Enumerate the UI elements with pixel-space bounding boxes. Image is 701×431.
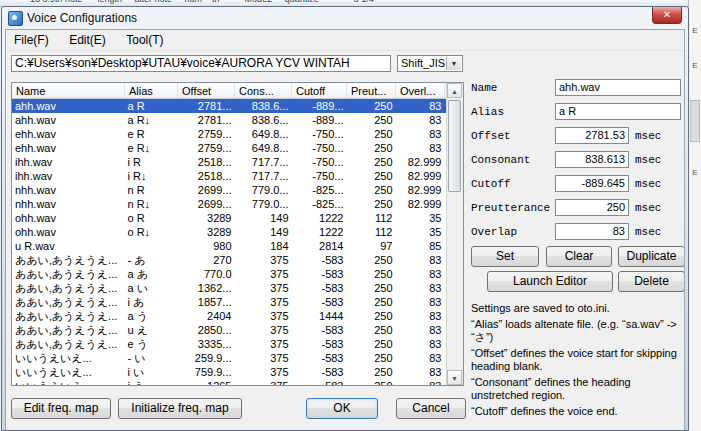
chevron-down-icon[interactable]: ▼	[446, 57, 461, 70]
offset-input[interactable]: 2781.53	[555, 127, 629, 144]
table-row[interactable]: ohh.wavo R3289149122211235○	[12, 211, 464, 225]
table-row[interactable]: いいうえいえ...i う1265375-58325083○	[12, 379, 464, 386]
cell-overl: 35	[396, 211, 445, 225]
cell-overl: 83	[396, 309, 445, 323]
column-header[interactable]: Overl...	[396, 83, 445, 99]
launch-editor-button[interactable]: Launch Editor	[487, 271, 613, 292]
table-row[interactable]: ああい,あうえうえ...i あ1857...375-58325083○	[12, 295, 464, 309]
initialize-freq-map-button[interactable]: Initialize freq. map	[118, 398, 242, 419]
cell-overl: 83	[396, 113, 445, 127]
cell-preut: 250	[347, 253, 396, 267]
table-row[interactable]: ehh.wave R↓2759...649.8...-750...25083○	[12, 141, 464, 155]
oto-table: NameAliasOffsetCons...CutoffPreut...Over…	[12, 83, 464, 386]
table-row[interactable]: ihh.wavi R↓2518...717.7...-750...25082.9…	[12, 169, 464, 183]
duplicate-button[interactable]: Duplicate	[618, 246, 685, 267]
table-row[interactable]: ああい,あうえうえ...a あ770.0375-58325083○	[12, 267, 464, 281]
table-row[interactable]: ああい,あうえうえ...a い1362...375-58325083○	[12, 281, 464, 295]
column-header[interactable]: Name	[12, 83, 125, 99]
table-row[interactable]: ああい,あうえうえ...a う2404375144425083○	[12, 309, 464, 323]
cell-offset: 1265	[178, 379, 235, 386]
table-row[interactable]: いいうえいえ...- い259.9...375-58325083○	[12, 351, 464, 365]
column-header[interactable]: Cons...	[235, 83, 292, 99]
unit-label: msec	[635, 130, 661, 142]
table-row[interactable]: ihh.wavi R2518...717.7...-750...25082.99…	[12, 155, 464, 169]
editor-panel: Nameahh.wavAliasa ROffset2781.53msecCons…	[471, 78, 685, 246]
menu-file[interactable]: File(F)	[6, 30, 57, 50]
table-row[interactable]: いいうえいえ...i い759.9...375-58325083○	[12, 365, 464, 379]
alias-input[interactable]: a R	[555, 103, 681, 120]
field-row: Overlap83msec	[471, 222, 685, 246]
scroll-thumb[interactable]	[448, 100, 461, 192]
ok-button[interactable]: OK	[306, 398, 378, 419]
table-row[interactable]: u R.wav98018428149785○	[12, 239, 464, 253]
cell-alias	[125, 239, 178, 253]
cell-name: ああい,あうえうえ...	[12, 253, 125, 267]
column-header[interactable]: Preut...	[347, 83, 396, 99]
cell-name: ああい,あうえうえ...	[12, 309, 125, 323]
table-row[interactable]: nhh.wavn R2699...779.0...-825...25082.99…	[12, 183, 464, 197]
cell-offset: 1362...	[178, 281, 235, 295]
close-button[interactable]: ✕	[652, 7, 682, 24]
cell-name: nhh.wav	[12, 197, 125, 211]
cell-cutoff: -583	[292, 351, 347, 365]
field-label: Alias	[471, 106, 504, 118]
cell-cons: 779.0...	[235, 183, 292, 197]
table-row[interactable]: nhh.wavn R↓2699...779.0...-825...25082.9…	[12, 197, 464, 211]
cell-name: ahh.wav	[12, 99, 125, 114]
overlap-input[interactable]: 83	[555, 223, 629, 240]
table-row[interactable]: ああい,あうえうえ...u え2850...375-58325083○	[12, 323, 464, 337]
field-label: Preutterance	[471, 202, 550, 214]
cell-overl: 83	[396, 365, 445, 379]
cancel-button[interactable]: Cancel	[396, 398, 466, 419]
cell-alias: e R	[125, 127, 178, 141]
oto-list: NameAliasOffsetCons...CutoffPreut...Over…	[11, 82, 464, 386]
cell-preut: 250	[347, 365, 396, 379]
menu-tool[interactable]: Tool(T)	[118, 30, 171, 50]
cell-cutoff: -583	[292, 253, 347, 267]
column-header[interactable]: Offset	[178, 83, 235, 99]
table-row[interactable]: ああい,あうえうえ...e う3335...375-58325083○	[12, 337, 464, 351]
cell-alias: a あ	[125, 267, 178, 281]
scroll-down-button[interactable]: ▼	[447, 370, 462, 385]
list-scrollbar[interactable]: ▲ ▼	[446, 83, 463, 385]
titlebar[interactable]: Voice Configurations ✕	[2, 7, 688, 28]
table-row[interactable]: ahh.wava R2781...838.6...-889...25083○	[12, 99, 464, 114]
cell-alias: o R	[125, 211, 178, 225]
cell-cons: 375	[235, 365, 292, 379]
cell-overl: 83	[396, 127, 445, 141]
edit-freq-map-button[interactable]: Edit freq. map	[11, 398, 111, 419]
column-header[interactable]: Cutoff	[292, 83, 347, 99]
table-row[interactable]: ああい,あうえうえ...- あ270375-58325083○	[12, 253, 464, 267]
set-button[interactable]: Set	[471, 246, 539, 267]
table-row[interactable]: ohh.wavo R↓3289149122211235○	[12, 225, 464, 239]
cell-offset: 2699...	[178, 183, 235, 197]
background-label: E	[689, 61, 701, 70]
cell-preut: 112	[347, 225, 396, 239]
cutoff-input[interactable]: -889.645	[555, 175, 629, 192]
name-input[interactable]: ahh.wav	[555, 79, 681, 96]
cell-alias: a R↓	[125, 113, 178, 127]
app-icon	[8, 11, 23, 26]
cell-cutoff: -825...	[292, 183, 347, 197]
cell-cutoff: 1444	[292, 309, 347, 323]
delete-button[interactable]: Delete	[618, 271, 685, 292]
cell-offset: 2781...	[178, 99, 235, 114]
scroll-up-button[interactable]: ▲	[447, 83, 462, 98]
voice-path-input[interactable]: C:¥Users¥son¥Desktop¥UTAU¥voice¥AURORA Y…	[11, 55, 391, 72]
cell-alias: i R	[125, 155, 178, 169]
encoding-select[interactable]: Shift_JIS ▼	[397, 55, 463, 72]
cell-cons: 149	[235, 211, 292, 225]
cell-overl: 82.999	[396, 197, 445, 211]
cell-preut: 250	[347, 183, 396, 197]
cell-offset: 2759...	[178, 141, 235, 155]
column-header[interactable]: Alias	[125, 83, 178, 99]
consonant-input[interactable]: 838.613	[555, 151, 629, 168]
preutterance-input[interactable]: 250	[555, 199, 629, 216]
table-row[interactable]: ehh.wave R2759...649.8...-750...25083○	[12, 127, 464, 141]
cell-preut: 250	[347, 309, 396, 323]
menu-edit[interactable]: Edit(E)	[61, 30, 114, 50]
cell-alias: n R	[125, 183, 178, 197]
table-row[interactable]: ahh.wava R↓2781...838.6...-889...25083○	[12, 113, 464, 127]
clear-button[interactable]: Clear	[546, 246, 612, 267]
cell-cons: 649.8...	[235, 141, 292, 155]
